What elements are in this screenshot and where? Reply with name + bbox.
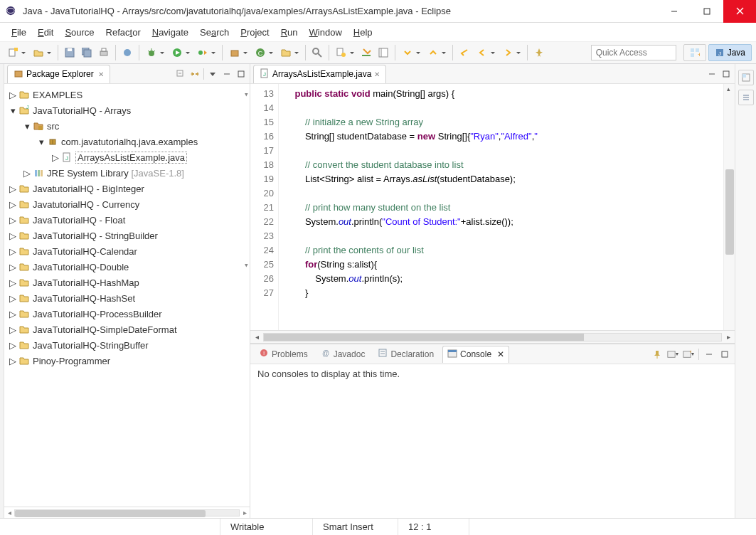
tree-row[interactable]: ▷JavaTutorialHQ-Double <box>4 259 250 275</box>
menu-window[interactable]: Window <box>304 25 348 40</box>
tree-row-selected[interactable]: ▷JArraysAsListExample.java <box>4 149 250 165</box>
tree-row[interactable]: ▾com.javatutorialhq.java.examples <box>4 134 250 149</box>
next-annotation-button[interactable] <box>399 45 423 60</box>
tree-row[interactable]: ▷JavaTutorialHQ-HashSet <box>4 290 250 306</box>
tree-row[interactable]: ▷JavaTutorialHQ - Float <box>4 212 250 228</box>
minimize-console-button[interactable] <box>703 349 715 360</box>
minimize-view-button[interactable] <box>221 68 233 80</box>
collapse-all-button[interactable] <box>175 68 186 80</box>
back-button[interactable] <box>474 45 498 60</box>
tab-javadoc[interactable]: @Javadoc <box>316 346 370 362</box>
tree-row[interactable]: ▷JavaTutorialHQ - StringBuilder <box>4 228 250 243</box>
overview-ruler[interactable]: ▴ <box>723 84 735 330</box>
quick-access-input[interactable] <box>591 45 676 60</box>
tree-row[interactable]: ▷JavaTutorialHQ-HashMap <box>4 275 250 290</box>
java-perspective-button[interactable]: J Java <box>708 44 752 61</box>
menu-source[interactable]: Source <box>59 25 100 40</box>
tree-row[interactable]: ▷JRE System Library [JavaSE-1.8] <box>4 165 250 181</box>
close-button[interactable] <box>723 0 756 23</box>
tree-row[interactable]: ▷JavaTutorialHQ-StringBuffer <box>4 337 250 353</box>
line-gutter[interactable]: 131415161718192021222324252627 <box>250 84 279 330</box>
tab-problems[interactable]: !Problems <box>255 346 312 362</box>
open-button[interactable] <box>30 45 54 60</box>
maximize-view-button[interactable] <box>235 68 247 80</box>
window-title: Java - JavaTutorialHQ - Arrays/src/com/j… <box>23 6 658 16</box>
prev-annotation-button[interactable] <box>425 45 449 60</box>
toggle-mark-button[interactable] <box>358 45 374 60</box>
new-folder-button[interactable] <box>277 45 302 60</box>
outline-view-button[interactable] <box>738 90 754 105</box>
package-tree[interactable]: ▷EXAMPLES ▾JJavaTutorialHQ - Arrays ▾src… <box>4 84 250 507</box>
new-button[interactable] <box>4 45 28 60</box>
display-console-button[interactable]: ▾ <box>667 349 678 360</box>
open-perspective-button[interactable]: + <box>683 44 706 61</box>
skip-breakpoints-button[interactable] <box>119 45 135 60</box>
new-package-button[interactable] <box>226 45 250 60</box>
maximize-console-button[interactable] <box>719 349 730 360</box>
tab-console[interactable]: Console✕ <box>442 346 509 363</box>
svg-rect-6 <box>9 49 15 56</box>
tree-row[interactable]: ▷Pinoy-Programmer <box>4 353 250 369</box>
menu-run[interactable]: Run <box>275 25 304 40</box>
run-button[interactable] <box>169 45 193 60</box>
tree-row[interactable]: ▷JavatutorialHQ - BigInteger <box>4 181 250 196</box>
svg-text:J: J <box>263 71 266 78</box>
save-button[interactable] <box>62 45 78 60</box>
menu-file[interactable]: File <box>6 25 32 40</box>
svg-rect-23 <box>231 51 238 56</box>
editor-hscroll[interactable]: ◂▸ <box>250 330 735 343</box>
tree-row[interactable]: ▷JavaTutorialHQ-ProcessBuilder <box>4 306 250 322</box>
open-type-button[interactable] <box>309 45 325 60</box>
forward-button[interactable] <box>499 45 523 60</box>
link-editor-button[interactable] <box>189 68 201 80</box>
main-toolbar: C + J Java <box>0 41 756 64</box>
package-explorer-tab[interactable]: Package Explorer ✕ <box>7 65 110 83</box>
open-console-button[interactable]: +▾ <box>683 349 694 360</box>
last-edit-button[interactable] <box>457 45 472 60</box>
menu-project[interactable]: Project <box>235 25 275 40</box>
close-icon[interactable]: ✕ <box>98 70 104 78</box>
tree-row[interactable]: ▷JavatutorialHQ - Currency <box>4 196 250 212</box>
menu-navigate[interactable]: Navigate <box>147 25 194 40</box>
maximize-editor-button[interactable] <box>720 68 732 80</box>
print-button[interactable] <box>96 45 112 60</box>
editor-tab[interactable]: J ArraysAsListExample.java ✕ <box>253 65 386 83</box>
tree-row[interactable]: ▷JavaTutorialHQ-Calendar <box>4 243 250 259</box>
tree-row[interactable]: ▷JavaTutorialHQ-SimpleDateFormat <box>4 322 250 337</box>
close-icon[interactable]: ✕ <box>374 70 380 78</box>
javadoc-icon: @ <box>321 348 331 360</box>
tab-declaration[interactable]: Declaration <box>373 346 438 362</box>
menu-edit[interactable]: Edit <box>32 25 59 40</box>
minimize-button[interactable] <box>658 0 691 23</box>
search-button[interactable] <box>333 45 357 60</box>
run-last-button[interactable] <box>194 45 218 60</box>
tree-row[interactable]: ▷EXAMPLES <box>4 87 250 102</box>
package-explorer-label: Package Explorer <box>26 69 94 79</box>
tree-row[interactable]: ▾src <box>4 118 250 134</box>
titlebar: Java - JavaTutorialHQ - Arrays/src/com/j… <box>0 0 756 23</box>
save-all-button[interactable] <box>79 45 95 60</box>
view-menu-button[interactable] <box>207 68 218 80</box>
editor-presentation-button[interactable] <box>376 45 391 60</box>
menu-help[interactable]: Help <box>348 25 378 40</box>
project-icon <box>18 355 30 366</box>
tree-row[interactable]: ▾JJavaTutorialHQ - Arrays <box>4 102 250 118</box>
restore-view-button[interactable] <box>738 70 754 85</box>
minimize-editor-button[interactable] <box>706 68 718 80</box>
package-icon <box>14 68 23 80</box>
svg-rect-11 <box>84 50 91 57</box>
explorer-hscroll[interactable]: ◂ ▸ <box>4 507 250 518</box>
maximize-button[interactable] <box>691 0 723 23</box>
pin-editor-button[interactable] <box>531 45 547 60</box>
svg-rect-3 <box>704 9 710 14</box>
eclipse-icon <box>6 6 17 17</box>
console-icon <box>447 349 457 361</box>
menu-refactor[interactable]: Refactor <box>100 25 147 40</box>
svg-rect-65 <box>448 350 457 352</box>
pin-console-button[interactable] <box>651 349 663 360</box>
code-area[interactable]: public static void main(String[] args) {… <box>279 84 723 330</box>
close-icon[interactable]: ✕ <box>497 349 504 359</box>
menu-search[interactable]: Search <box>194 25 235 40</box>
new-class-button[interactable]: C <box>252 45 276 60</box>
debug-button[interactable] <box>143 45 167 60</box>
